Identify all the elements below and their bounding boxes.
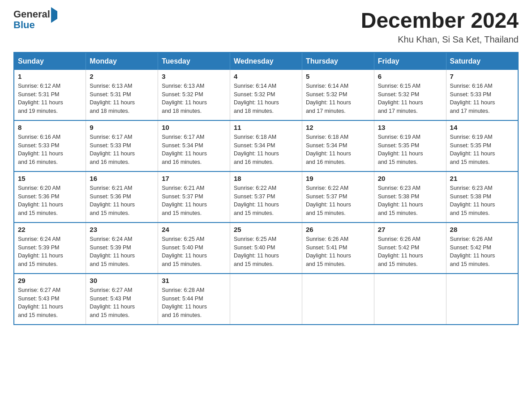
calendar-cell: 27Sunrise: 6:26 AMSunset: 5:42 PMDayligh… (374, 223, 446, 274)
day-number: 3 (162, 73, 226, 80)
calendar-cell (446, 274, 518, 325)
weekday-header-friday: Friday (374, 52, 446, 70)
day-number: 5 (306, 73, 370, 80)
weekday-header-monday: Monday (86, 52, 158, 70)
logo-general-text: General (13, 9, 50, 20)
day-info: Sunrise: 6:26 AMSunset: 5:41 PMDaylight:… (306, 235, 370, 269)
day-info: Sunrise: 6:17 AMSunset: 5:34 PMDaylight:… (162, 133, 226, 167)
calendar-cell: 20Sunrise: 6:23 AMSunset: 5:38 PMDayligh… (374, 171, 446, 223)
day-info: Sunrise: 6:25 AMSunset: 5:40 PMDaylight:… (234, 235, 298, 269)
calendar-cell: 23Sunrise: 6:24 AMSunset: 5:39 PMDayligh… (86, 223, 158, 274)
calendar-cell: 7Sunrise: 6:16 AMSunset: 5:33 PMDaylight… (446, 70, 518, 120)
calendar-cell: 15Sunrise: 6:20 AMSunset: 5:36 PMDayligh… (14, 171, 86, 223)
day-number: 16 (90, 175, 154, 182)
day-info: Sunrise: 6:13 AMSunset: 5:31 PMDaylight:… (90, 82, 154, 116)
calendar-cell: 1Sunrise: 6:12 AMSunset: 5:31 PMDaylight… (14, 70, 86, 120)
day-number: 12 (306, 124, 370, 131)
day-info: Sunrise: 6:22 AMSunset: 5:37 PMDaylight:… (234, 184, 298, 218)
title-block: December 2024 Khu Khan, Si Sa Ket, Thail… (361, 9, 519, 45)
day-info: Sunrise: 6:26 AMSunset: 5:42 PMDaylight:… (378, 235, 442, 269)
calendar-cell: 10Sunrise: 6:17 AMSunset: 5:34 PMDayligh… (158, 120, 230, 171)
day-number: 17 (162, 175, 226, 182)
day-number: 2 (90, 73, 154, 80)
calendar-cell: 12Sunrise: 6:18 AMSunset: 5:34 PMDayligh… (302, 120, 374, 171)
day-number: 8 (18, 124, 82, 131)
calendar-cell (302, 274, 374, 325)
calendar-week-row: 29Sunrise: 6:27 AMSunset: 5:43 PMDayligh… (14, 274, 518, 325)
calendar-week-row: 8Sunrise: 6:16 AMSunset: 5:33 PMDaylight… (14, 120, 518, 171)
calendar-cell: 8Sunrise: 6:16 AMSunset: 5:33 PMDaylight… (14, 120, 86, 171)
day-number: 9 (90, 124, 154, 131)
calendar-cell: 29Sunrise: 6:27 AMSunset: 5:43 PMDayligh… (14, 274, 86, 325)
calendar-cell: 31Sunrise: 6:28 AMSunset: 5:44 PMDayligh… (158, 274, 230, 325)
day-info: Sunrise: 6:24 AMSunset: 5:39 PMDaylight:… (18, 235, 82, 269)
day-info: Sunrise: 6:16 AMSunset: 5:33 PMDaylight:… (18, 133, 82, 167)
logo: General Blue (13, 9, 57, 30)
weekday-header-row: SundayMondayTuesdayWednesdayThursdayFrid… (14, 52, 518, 70)
day-number: 24 (162, 226, 226, 233)
weekday-header-saturday: Saturday (446, 52, 518, 70)
calendar-cell: 19Sunrise: 6:22 AMSunset: 5:37 PMDayligh… (302, 171, 374, 223)
day-number: 29 (18, 277, 82, 284)
day-info: Sunrise: 6:12 AMSunset: 5:31 PMDaylight:… (18, 82, 82, 116)
day-number: 31 (162, 277, 226, 284)
calendar-cell (230, 274, 302, 325)
day-number: 10 (162, 124, 226, 131)
calendar-header: SundayMondayTuesdayWednesdayThursdayFrid… (14, 52, 518, 70)
day-number: 19 (306, 175, 370, 182)
day-number: 23 (90, 226, 154, 233)
day-number: 1 (18, 73, 82, 80)
calendar-week-row: 15Sunrise: 6:20 AMSunset: 5:36 PMDayligh… (14, 171, 518, 223)
calendar-cell: 13Sunrise: 6:19 AMSunset: 5:35 PMDayligh… (374, 120, 446, 171)
day-number: 22 (18, 226, 82, 233)
calendar-cell: 25Sunrise: 6:25 AMSunset: 5:40 PMDayligh… (230, 223, 302, 274)
month-title: December 2024 (361, 9, 519, 33)
day-number: 15 (18, 175, 82, 182)
calendar-cell: 14Sunrise: 6:19 AMSunset: 5:35 PMDayligh… (446, 120, 518, 171)
day-number: 7 (450, 73, 514, 80)
day-info: Sunrise: 6:24 AMSunset: 5:39 PMDaylight:… (90, 235, 154, 269)
page-header: General Blue December 2024 Khu Khan, Si … (13, 9, 519, 45)
calendar-cell: 4Sunrise: 6:14 AMSunset: 5:32 PMDaylight… (230, 70, 302, 120)
calendar-cell: 16Sunrise: 6:21 AMSunset: 5:36 PMDayligh… (86, 171, 158, 223)
day-number: 18 (234, 175, 298, 182)
calendar-cell: 9Sunrise: 6:17 AMSunset: 5:33 PMDaylight… (86, 120, 158, 171)
day-number: 20 (378, 175, 442, 182)
calendar-cell: 17Sunrise: 6:21 AMSunset: 5:37 PMDayligh… (158, 171, 230, 223)
day-number: 26 (306, 226, 370, 233)
calendar-cell: 24Sunrise: 6:25 AMSunset: 5:40 PMDayligh… (158, 223, 230, 274)
day-info: Sunrise: 6:14 AMSunset: 5:32 PMDaylight:… (234, 82, 298, 116)
day-number: 27 (378, 226, 442, 233)
day-info: Sunrise: 6:25 AMSunset: 5:40 PMDaylight:… (162, 235, 226, 269)
day-number: 13 (378, 124, 442, 131)
calendar-cell: 22Sunrise: 6:24 AMSunset: 5:39 PMDayligh… (14, 223, 86, 274)
day-number: 21 (450, 175, 514, 182)
day-number: 6 (378, 73, 442, 80)
calendar-cell: 5Sunrise: 6:14 AMSunset: 5:32 PMDaylight… (302, 70, 374, 120)
day-info: Sunrise: 6:13 AMSunset: 5:32 PMDaylight:… (162, 82, 226, 116)
day-info: Sunrise: 6:27 AMSunset: 5:43 PMDaylight:… (18, 286, 82, 320)
day-info: Sunrise: 6:20 AMSunset: 5:36 PMDaylight:… (18, 184, 82, 218)
day-info: Sunrise: 6:16 AMSunset: 5:33 PMDaylight:… (450, 82, 514, 116)
day-info: Sunrise: 6:15 AMSunset: 5:32 PMDaylight:… (378, 82, 442, 116)
day-info: Sunrise: 6:18 AMSunset: 5:34 PMDaylight:… (306, 133, 370, 167)
day-info: Sunrise: 6:28 AMSunset: 5:44 PMDaylight:… (162, 286, 226, 320)
day-number: 25 (234, 226, 298, 233)
day-info: Sunrise: 6:21 AMSunset: 5:37 PMDaylight:… (162, 184, 226, 218)
calendar-cell: 30Sunrise: 6:27 AMSunset: 5:43 PMDayligh… (86, 274, 158, 325)
day-number: 4 (234, 73, 298, 80)
calendar-body: 1Sunrise: 6:12 AMSunset: 5:31 PMDaylight… (14, 70, 518, 325)
calendar-cell: 21Sunrise: 6:23 AMSunset: 5:38 PMDayligh… (446, 171, 518, 223)
day-info: Sunrise: 6:23 AMSunset: 5:38 PMDaylight:… (450, 184, 514, 218)
calendar-week-row: 22Sunrise: 6:24 AMSunset: 5:39 PMDayligh… (14, 223, 518, 274)
weekday-header-sunday: Sunday (14, 52, 86, 70)
logo-blue-text: Blue (13, 19, 35, 30)
calendar-cell: 6Sunrise: 6:15 AMSunset: 5:32 PMDaylight… (374, 70, 446, 120)
calendar-cell: 18Sunrise: 6:22 AMSunset: 5:37 PMDayligh… (230, 171, 302, 223)
day-info: Sunrise: 6:14 AMSunset: 5:32 PMDaylight:… (306, 82, 370, 116)
weekday-header-wednesday: Wednesday (230, 52, 302, 70)
calendar-cell: 2Sunrise: 6:13 AMSunset: 5:31 PMDaylight… (86, 70, 158, 120)
day-info: Sunrise: 6:23 AMSunset: 5:38 PMDaylight:… (378, 184, 442, 218)
day-info: Sunrise: 6:27 AMSunset: 5:43 PMDaylight:… (90, 286, 154, 320)
weekday-header-tuesday: Tuesday (158, 52, 230, 70)
